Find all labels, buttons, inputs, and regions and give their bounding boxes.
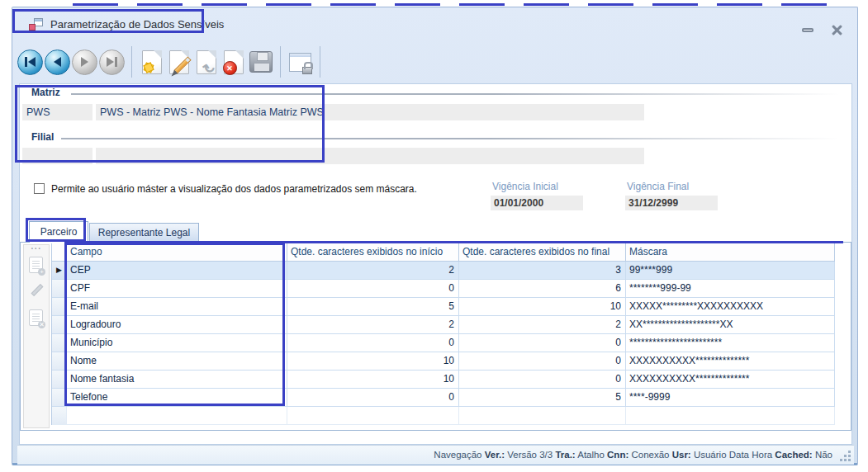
table-row[interactable]: Município00************************ bbox=[52, 334, 834, 352]
cell-qtde-final[interactable]: 0 bbox=[459, 334, 626, 352]
empty-row bbox=[52, 407, 834, 425]
vigencia-final-value[interactable]: 31/12/2999 bbox=[625, 196, 718, 210]
edit-record-icon bbox=[169, 50, 189, 74]
cell-mascara[interactable]: ********999-99 bbox=[626, 280, 835, 298]
grid-header-final[interactable]: Qtde. caracteres exibidos no final bbox=[459, 243, 626, 262]
statusbar-text: Navegação Ver.: Versão 3/3 Tra.: Atalho … bbox=[434, 450, 832, 460]
row-selector-cell[interactable] bbox=[52, 334, 67, 352]
nav-previous-button[interactable] bbox=[44, 45, 71, 78]
table-row[interactable]: Logradouro22XX********************XX bbox=[52, 316, 834, 334]
grid-header-campo[interactable]: Campo bbox=[67, 243, 287, 262]
cell-qtde-final[interactable]: 6 bbox=[459, 280, 626, 298]
nav-last-button[interactable] bbox=[98, 45, 126, 78]
cell-mascara[interactable]: 99****999 bbox=[626, 262, 835, 280]
parametros-grid: Campo Qtde. caracteres exibidos no iníci… bbox=[51, 243, 834, 425]
tab-parceiro[interactable]: Parceiro bbox=[29, 221, 88, 243]
filial-group-line bbox=[61, 138, 840, 139]
cell-qtde-final[interactable]: 0 bbox=[459, 352, 626, 371]
row-edit-icon[interactable] bbox=[31, 284, 44, 296]
row-selector-cell[interactable]: ▶ bbox=[52, 262, 67, 280]
cell-campo[interactable]: Nome bbox=[67, 352, 287, 371]
titlebar: Parametrização de Dados Sensíveis bbox=[12, 7, 857, 40]
row-selector-cell[interactable] bbox=[52, 298, 67, 316]
edit-record-button[interactable] bbox=[165, 45, 192, 78]
row-selector-cell[interactable] bbox=[52, 352, 67, 371]
table-row[interactable]: CPF06********999-99 bbox=[52, 280, 834, 298]
cell-qtde-inicio[interactable]: 0 bbox=[287, 389, 459, 407]
cell-campo[interactable]: Logradouro bbox=[67, 316, 287, 334]
table-row[interactable]: Nome fantasia100XXXXXXXXXX************** bbox=[52, 371, 834, 389]
undo-button[interactable]: ↶ bbox=[192, 45, 220, 78]
matriz-code-field[interactable]: PWS bbox=[22, 104, 92, 120]
resize-grip-icon[interactable] bbox=[840, 451, 851, 462]
new-record-icon bbox=[142, 50, 162, 74]
filial-description-field[interactable] bbox=[96, 148, 644, 164]
new-record-button[interactable] bbox=[138, 45, 165, 78]
cell-qtde-final[interactable]: 5 bbox=[459, 389, 626, 407]
grid-header-inicio[interactable]: Qtde. caracteres exibidos no início bbox=[287, 243, 459, 262]
row-selector-cell[interactable] bbox=[52, 280, 67, 298]
filial-code-field[interactable] bbox=[22, 148, 92, 164]
row-delete-icon[interactable]: ✕ bbox=[29, 309, 43, 326]
cell-qtde-inicio[interactable]: 10 bbox=[287, 371, 459, 389]
cell-mascara[interactable]: XXXXXXXXXX************** bbox=[626, 352, 835, 371]
row-selector-cell[interactable] bbox=[52, 316, 67, 334]
cell-campo[interactable]: Telefone bbox=[67, 389, 287, 407]
row-selector-cell[interactable] bbox=[52, 389, 67, 407]
matriz-group-label: Matriz bbox=[31, 87, 60, 98]
master-visibility-checkbox-label: Permite ao usuário máster a visualização… bbox=[51, 183, 417, 195]
content-panel: Matriz PWS PWS - Matriz PWS - Nome Fanta… bbox=[19, 83, 852, 445]
undo-icon: ↶ bbox=[197, 50, 216, 74]
cell-qtde-inicio[interactable]: 10 bbox=[287, 352, 459, 371]
cell-qtde-inicio[interactable]: 2 bbox=[287, 262, 459, 280]
cell-qtde-inicio[interactable]: 2 bbox=[287, 316, 459, 334]
cell-qtde-final[interactable]: 3 bbox=[459, 262, 626, 280]
cell-campo[interactable]: CEP bbox=[67, 262, 287, 280]
cell-mascara[interactable]: XX********************XX bbox=[626, 316, 835, 334]
tab-representante-legal[interactable]: Representante Legal bbox=[89, 223, 199, 243]
table-row[interactable]: ▶CEP2399****999 bbox=[52, 262, 834, 280]
lock-button[interactable] bbox=[287, 45, 314, 78]
row-selector-cell[interactable] bbox=[52, 371, 67, 389]
cell-campo[interactable]: E-mail bbox=[67, 298, 287, 316]
cell-qtde-final[interactable]: 0 bbox=[459, 371, 626, 389]
table-row[interactable]: Telefone05****-9999 bbox=[52, 389, 834, 407]
cell-campo[interactable]: CPF bbox=[67, 280, 287, 298]
grid-side-toolbar: ··· + ✕ bbox=[23, 244, 50, 428]
filial-group-label: Filial bbox=[31, 131, 54, 143]
cell-qtde-inicio[interactable]: 5 bbox=[287, 298, 459, 316]
master-visibility-checkbox[interactable] bbox=[34, 183, 45, 194]
delete-record-icon: ✕ bbox=[224, 50, 244, 74]
cell-campo[interactable]: Município bbox=[67, 334, 287, 352]
vigencia-inicial-value[interactable]: 01/01/2000 bbox=[491, 196, 583, 210]
cell-mascara[interactable]: ****-9999 bbox=[626, 389, 835, 407]
save-button[interactable] bbox=[247, 45, 274, 78]
cell-mascara[interactable]: ************************ bbox=[626, 334, 835, 352]
minimize-icon[interactable] bbox=[802, 28, 813, 32]
nav-next-button[interactable] bbox=[71, 45, 98, 78]
grid-header-mascara[interactable]: Máscara bbox=[626, 243, 835, 262]
grid-header-selector bbox=[52, 243, 67, 262]
cell-qtde-inicio[interactable]: 0 bbox=[287, 280, 459, 298]
cell-qtde-final[interactable]: 10 bbox=[459, 298, 626, 316]
nav-first-button[interactable] bbox=[17, 45, 44, 78]
delete-record-button[interactable]: ✕ bbox=[220, 45, 247, 78]
nav-last-icon bbox=[99, 50, 125, 75]
grid-body: ▶CEP2399****999CPF06********999-99E-mail… bbox=[52, 262, 834, 425]
cell-mascara[interactable]: XXXXX*********XXXXXXXXXX bbox=[626, 298, 835, 316]
table-row[interactable]: Nome100XXXXXXXXXX************** bbox=[52, 352, 834, 371]
close-icon[interactable] bbox=[832, 25, 842, 35]
row-add-icon[interactable]: + bbox=[29, 257, 43, 273]
side-toolbar-grip[interactable]: ··· bbox=[24, 245, 49, 253]
app-window: Parametrização de Dados Sensíveis ↶ ✕ Ma… bbox=[12, 7, 858, 465]
annotation-top-dashed-line bbox=[73, 3, 830, 6]
cell-campo[interactable]: Nome fantasia bbox=[67, 371, 287, 389]
cell-mascara[interactable]: XXXXXXXXXX************** bbox=[626, 371, 835, 389]
matriz-description-field[interactable]: PWS - Matriz PWS - Nome Fantasia Matriz … bbox=[96, 104, 644, 120]
table-row[interactable]: E-mail510XXXXX*********XXXXXXXXXX bbox=[52, 298, 834, 316]
toolbar-separator bbox=[131, 46, 132, 78]
lock-icon bbox=[289, 53, 311, 72]
parceiro-tab-panel: ··· + ✕ Campo Qtde. caracteres exibidos … bbox=[20, 242, 851, 431]
cell-qtde-final[interactable]: 2 bbox=[459, 316, 626, 334]
cell-qtde-inicio[interactable]: 0 bbox=[287, 334, 459, 352]
